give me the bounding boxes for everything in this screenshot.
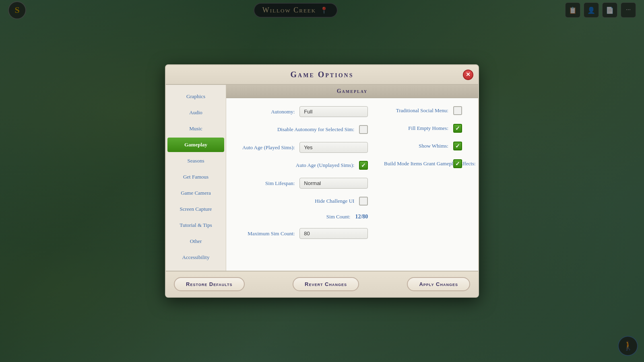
modal-title-bar: Game Options ✕ <box>166 65 478 85</box>
hide-challenge-checkbox[interactable] <box>359 197 368 206</box>
game-options-modal: Game Options ✕ Graphics Audio Music Game… <box>165 64 479 298</box>
max-sim-count-dropdown[interactable]: 20 40 60 80 100 <box>299 228 368 239</box>
auto-age-played-setting: Auto Age (Played Sims): Yes No <box>242 142 368 153</box>
sidebar-item-get-famous[interactable]: Get Famous <box>167 170 224 184</box>
settings-right-col: Traditional Social Menu: Fill Empty Home… <box>372 106 466 247</box>
show-whims-setting: Show Whims: <box>376 142 462 150</box>
auto-age-unplayed-setting: Auto Age (Unplayed Sims): <box>242 161 368 170</box>
settings-grid: Autonomy: Full High Medium Low None <box>238 106 466 247</box>
sim-count-label: Sim Count: <box>326 214 351 220</box>
sidebar-item-tutorial-tips[interactable]: Tutorial & Tips <box>167 218 224 232</box>
auto-age-unplayed-label: Auto Age (Unplayed Sims): <box>296 162 355 169</box>
hide-challenge-label: Hide Challenge UI <box>315 198 354 204</box>
revert-changes-button[interactable]: Revert Changes <box>293 277 359 291</box>
auto-age-played-wrapper: Yes No <box>299 142 368 153</box>
traditional-social-checkbox[interactable] <box>453 106 462 115</box>
hide-challenge-checkbox-container <box>359 197 368 206</box>
show-whims-label: Show Whims: <box>419 143 448 149</box>
sidebar-item-music[interactable]: Music <box>167 121 224 136</box>
restore-defaults-button[interactable]: Restore Defaults <box>174 277 245 291</box>
modal-body: Graphics Audio Music Gameplay Seasons Ge… <box>166 85 478 271</box>
build-mode-label: Build Mode Items Grant Gameplay Effects: <box>384 160 448 167</box>
sim-lifespan-dropdown[interactable]: Short Normal Long Epic Custom <box>299 178 368 189</box>
traditional-social-label: Traditional Social Menu: <box>396 107 448 114</box>
auto-age-played-dropdown[interactable]: Yes No <box>299 142 368 153</box>
show-whims-checkbox[interactable] <box>453 142 462 150</box>
section-header: Gameplay <box>226 85 478 98</box>
build-mode-checkbox[interactable] <box>453 159 462 168</box>
auto-age-unplayed-checkbox-container <box>359 161 368 170</box>
sidebar-item-accessibility[interactable]: Accessibility <box>167 250 224 265</box>
settings-left-col: Autonomy: Full High Medium Low None <box>238 106 372 247</box>
max-sim-count-label: Maximum Sim Count: <box>248 230 295 237</box>
auto-age-played-label: Auto Age (Played Sims): <box>242 144 295 151</box>
sim-lifespan-label: Sim Lifespan: <box>265 180 295 187</box>
traditional-social-setting: Traditional Social Menu: <box>376 106 462 115</box>
build-mode-setting: Build Mode Items Grant Gameplay Effects: <box>376 159 462 168</box>
sidebar-item-seasons[interactable]: Seasons <box>167 154 224 168</box>
sidebar-item-game-camera[interactable]: Game Camera <box>167 186 224 200</box>
disable-autonomy-checkbox[interactable] <box>359 125 368 134</box>
apply-changes-button[interactable]: Apply Changes <box>407 277 470 291</box>
modal-overlay: Game Options ✕ Graphics Audio Music Game… <box>0 0 644 362</box>
sidebar-item-audio[interactable]: Audio <box>167 105 224 120</box>
sim-count-value: 12/80 <box>355 214 368 220</box>
sim-lifespan-setting: Sim Lifespan: Short Normal Long Epic Cus… <box>242 178 368 189</box>
disable-autonomy-checkbox-container <box>359 125 368 134</box>
autonomy-setting: Autonomy: Full High Medium Low None <box>242 106 368 117</box>
fill-empty-homes-label: Fill Empty Homes: <box>408 125 448 132</box>
autonomy-label: Autonomy: <box>271 109 295 115</box>
fill-empty-homes-setting: Fill Empty Homes: <box>376 124 462 133</box>
content-area: Gameplay Autonomy: Full High <box>226 85 478 271</box>
max-sim-count-setting: Maximum Sim Count: 20 40 60 80 100 <box>242 228 368 239</box>
auto-age-unplayed-checkbox[interactable] <box>359 161 368 170</box>
sidebar-item-gameplay[interactable]: Gameplay <box>167 138 224 152</box>
hide-challenge-setting: Hide Challenge UI <box>242 197 368 206</box>
sidebar-item-other[interactable]: Other <box>167 234 224 249</box>
fill-empty-homes-checkbox-container <box>453 124 462 133</box>
max-sim-count-wrapper: 20 40 60 80 100 <box>299 228 368 239</box>
autonomy-dropdown[interactable]: Full High Medium Low None <box>299 106 368 117</box>
show-whims-checkbox-container <box>453 142 462 150</box>
sidebar-nav: Graphics Audio Music Gameplay Seasons Ge… <box>166 85 226 271</box>
close-button[interactable]: ✕ <box>463 70 473 80</box>
modal-footer: Restore Defaults Revert Changes Apply Ch… <box>166 271 478 297</box>
sim-count-row: Sim Count: 12/80 <box>242 214 368 220</box>
sidebar-item-graphics[interactable]: Graphics <box>167 89 224 104</box>
fill-empty-homes-checkbox[interactable] <box>453 124 462 133</box>
autonomy-dropdown-wrapper: Full High Medium Low None <box>299 106 368 117</box>
disable-autonomy-label: Disable Autonomy for Selected Sim: <box>277 126 354 133</box>
traditional-social-checkbox-container <box>453 106 462 115</box>
content-inner: Autonomy: Full High Medium Low None <box>226 98 478 271</box>
modal-title: Game Options <box>291 70 354 79</box>
sim-lifespan-wrapper: Short Normal Long Epic Custom <box>299 178 368 189</box>
build-mode-checkbox-container <box>453 159 462 168</box>
disable-autonomy-setting: Disable Autonomy for Selected Sim: <box>242 125 368 134</box>
sidebar-item-screen-capture[interactable]: Screen Capture <box>167 202 224 216</box>
